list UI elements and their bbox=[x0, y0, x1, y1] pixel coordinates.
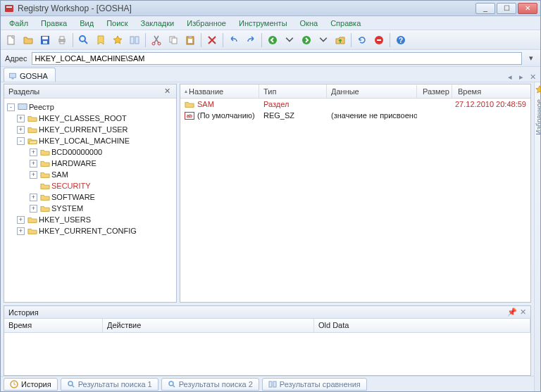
tree-hive[interactable]: +HKEY_CURRENT_CONFIG bbox=[4, 225, 176, 236]
menu-edit[interactable]: Правка bbox=[35, 18, 73, 29]
expander-icon[interactable]: + bbox=[17, 227, 25, 235]
col-time[interactable]: Время bbox=[454, 85, 530, 98]
col-group: Данные Размер Время bbox=[327, 84, 530, 98]
expander-icon[interactable]: - bbox=[17, 137, 25, 145]
find-icon[interactable] bbox=[76, 32, 92, 48]
toolbar: ? bbox=[1, 30, 540, 50]
col-size[interactable]: Размер bbox=[418, 85, 452, 98]
menu-bar: Файл Правка Вид Поиск Закладки Избранное… bbox=[1, 16, 540, 30]
help-icon[interactable]: ? bbox=[393, 32, 409, 48]
tab-close-icon[interactable]: ✕ bbox=[528, 72, 537, 82]
tree-key[interactable]: +SYSTEM bbox=[4, 203, 176, 214]
title-bar: Registry Workshop - [GOSHA] _ ☐ ✕ bbox=[1, 1, 540, 16]
copy-icon[interactable] bbox=[166, 32, 181, 48]
tree-hive[interactable]: +HKEY_CURRENT_USER bbox=[4, 124, 176, 135]
svg-text:?: ? bbox=[399, 37, 403, 44]
bookmark-icon[interactable] bbox=[93, 32, 108, 48]
address-dropdown-icon[interactable]: ▾ bbox=[526, 53, 536, 63]
compare-icon[interactable] bbox=[127, 32, 142, 48]
minimize-button[interactable]: _ bbox=[475, 3, 495, 14]
col-type[interactable]: Тип bbox=[259, 84, 327, 98]
expander-icon[interactable]: - bbox=[7, 103, 15, 111]
back-drop-icon[interactable] bbox=[282, 32, 297, 48]
favorite-icon[interactable] bbox=[110, 32, 125, 48]
menu-view[interactable]: Вид bbox=[74, 18, 99, 29]
expander-icon[interactable]: + bbox=[30, 148, 37, 156]
tree-key[interactable]: +HARDWARE bbox=[4, 158, 176, 169]
tree-pane: Разделы ✕ - Реестр +HKEY_CLASSES_ROOT+HK… bbox=[4, 84, 177, 303]
col-data[interactable]: Данные bbox=[327, 85, 417, 98]
bottom-tab[interactable]: Результаты поиска 1 bbox=[61, 378, 158, 391]
tab-prev-icon[interactable]: ◂ bbox=[505, 72, 515, 82]
tab-next-icon[interactable]: ▸ bbox=[516, 72, 526, 82]
window-title: Registry Workshop - [GOSHA] bbox=[18, 4, 475, 13]
up-icon[interactable] bbox=[332, 32, 348, 48]
tree-key[interactable]: +SOFTWARE bbox=[4, 191, 176, 203]
menu-file[interactable]: Файл bbox=[4, 18, 34, 29]
back-icon[interactable] bbox=[265, 32, 280, 48]
print-icon[interactable] bbox=[54, 32, 70, 48]
expander-icon[interactable]: + bbox=[30, 205, 37, 213]
col-name[interactable]: ▴Название bbox=[180, 84, 259, 98]
redo-icon[interactable] bbox=[243, 32, 259, 48]
menu-favorites[interactable]: Избранное bbox=[181, 18, 232, 29]
expander-icon[interactable]: + bbox=[30, 194, 37, 201]
list-body[interactable]: SAMРаздел27.12.2010 20:48:59ab(По умолча… bbox=[180, 99, 530, 302]
tree-key[interactable]: SECURITY bbox=[4, 180, 176, 191]
hist-col-time[interactable]: Время bbox=[4, 319, 103, 332]
bottom-tabs: ИсторияРезультаты поиска 1Результаты пои… bbox=[1, 376, 534, 391]
svg-rect-18 bbox=[189, 36, 192, 38]
bottom-tab[interactable]: История bbox=[4, 378, 58, 391]
tree-close-icon[interactable]: ✕ bbox=[162, 87, 172, 96]
save-icon[interactable] bbox=[37, 32, 53, 48]
tree-hive[interactable]: +HKEY_USERS bbox=[4, 214, 176, 225]
forward-icon[interactable] bbox=[299, 32, 314, 48]
expander-icon[interactable]: + bbox=[30, 160, 37, 167]
paste-icon[interactable] bbox=[182, 32, 198, 48]
expander-icon[interactable]: + bbox=[17, 115, 25, 122]
expander-icon[interactable]: + bbox=[30, 171, 37, 179]
menu-help[interactable]: Справка bbox=[325, 18, 366, 29]
history-title: История bbox=[8, 308, 39, 317]
history-body[interactable] bbox=[4, 333, 530, 375]
tree-hive[interactable]: +HKEY_CLASSES_ROOT bbox=[4, 113, 176, 124]
delete-icon[interactable] bbox=[204, 32, 220, 48]
new-icon[interactable] bbox=[4, 32, 19, 48]
open-icon[interactable] bbox=[20, 32, 36, 48]
expander-icon[interactable]: + bbox=[17, 216, 25, 224]
svg-rect-34 bbox=[269, 381, 272, 387]
hist-col-action[interactable]: Действие bbox=[103, 319, 314, 332]
bottom-tab[interactable]: Результаты поиска 2 bbox=[161, 378, 259, 391]
tree-root[interactable]: - Реестр bbox=[4, 101, 176, 113]
maximize-button[interactable]: ☐ bbox=[497, 3, 516, 14]
favorites-sidebar[interactable]: Избранное bbox=[534, 82, 541, 391]
undo-icon[interactable] bbox=[226, 32, 242, 48]
history-close-icon[interactable]: ✕ bbox=[520, 308, 526, 317]
menu-tools[interactable]: Инструменты bbox=[233, 18, 293, 29]
address-input[interactable] bbox=[32, 52, 523, 65]
forward-drop-icon[interactable] bbox=[316, 32, 331, 48]
bottom-tab[interactable]: Результаты сравнения bbox=[262, 378, 367, 391]
svg-rect-16 bbox=[172, 38, 177, 44]
hist-col-old[interactable]: Old Data bbox=[314, 319, 530, 332]
menu-bookmarks[interactable]: Закладки bbox=[135, 18, 180, 29]
stop-icon[interactable] bbox=[371, 32, 387, 48]
tree-key[interactable]: +SAM bbox=[4, 169, 176, 180]
tree-key[interactable]: +BCD00000000 bbox=[4, 146, 176, 158]
tree-hive[interactable]: -HKEY_LOCAL_MACHINE bbox=[4, 135, 176, 146]
list-row[interactable]: SAMРаздел27.12.2010 20:48:59 bbox=[180, 99, 530, 110]
menu-search[interactable]: Поиск bbox=[101, 18, 133, 29]
menu-windows[interactable]: Окна bbox=[294, 18, 324, 29]
refresh-icon[interactable] bbox=[354, 32, 370, 48]
svg-line-10 bbox=[85, 41, 87, 44]
list-row[interactable]: ab(По умолчанию)REG_SZ(значение не присв… bbox=[180, 110, 530, 121]
cut-icon[interactable] bbox=[149, 32, 164, 48]
svg-rect-19 bbox=[188, 39, 192, 43]
history-pin-icon[interactable]: 📌 bbox=[507, 308, 517, 317]
tree-body[interactable]: - Реестр +HKEY_CLASSES_ROOT+HKEY_CURRENT… bbox=[4, 99, 176, 302]
close-button[interactable]: ✕ bbox=[518, 3, 537, 14]
svg-line-31 bbox=[72, 385, 74, 387]
svg-rect-23 bbox=[377, 39, 381, 41]
document-tab[interactable]: GOSHA bbox=[4, 68, 56, 82]
expander-icon[interactable]: + bbox=[17, 126, 25, 134]
